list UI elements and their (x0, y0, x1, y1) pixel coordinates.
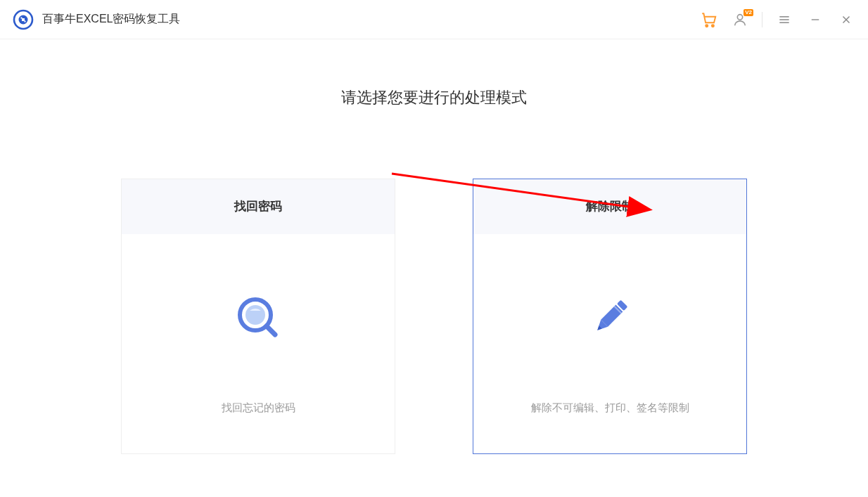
pencil-icon (585, 234, 634, 401)
divider (762, 12, 762, 27)
card-body: 找回忘记的密码 (122, 234, 395, 453)
menu-icon[interactable] (775, 11, 793, 29)
svg-point-5 (706, 25, 708, 27)
app-logo-icon (13, 9, 34, 30)
card-title: 找回密码 (122, 179, 395, 234)
cart-icon[interactable] (700, 11, 718, 29)
user-icon[interactable]: V2 (731, 11, 749, 29)
main-content: 请选择您要进行的处理模式 找回密码 找回忘记的密码 解除限制 (0, 39, 868, 454)
card-description: 解除不可编辑、打印、签名等限制 (531, 401, 689, 415)
page-heading: 请选择您要进行的处理模式 (341, 87, 527, 108)
user-badge: V2 (743, 9, 753, 16)
titlebar-left: 百事牛EXCEL密码恢复工具 (13, 9, 180, 30)
titlebar-right: V2 (700, 11, 855, 29)
svg-point-7 (737, 14, 742, 19)
card-body: 解除不可编辑、打印、签名等限制 (473, 234, 746, 453)
mode-card-remove-restriction[interactable]: 解除限制 解除不可编辑、打印、签名等限制 (473, 179, 747, 454)
svg-rect-2 (22, 18, 25, 21)
close-icon[interactable] (837, 11, 855, 29)
card-title: 解除限制 (473, 179, 746, 234)
mode-card-recover-password[interactable]: 找回密码 找回忘记的密码 (121, 179, 395, 454)
card-description: 找回忘记的密码 (222, 401, 295, 415)
minimize-icon[interactable] (806, 11, 824, 29)
svg-rect-3 (21, 17, 23, 18)
magnifier-icon (233, 234, 283, 401)
cards-row: 找回密码 找回忘记的密码 解除限制 (121, 179, 747, 454)
app-title: 百事牛EXCEL密码恢复工具 (42, 12, 180, 27)
svg-point-6 (712, 25, 714, 27)
titlebar: 百事牛EXCEL密码恢复工具 V2 (0, 0, 868, 39)
svg-line-16 (267, 326, 275, 335)
svg-point-15 (245, 305, 265, 325)
svg-rect-4 (25, 20, 26, 22)
